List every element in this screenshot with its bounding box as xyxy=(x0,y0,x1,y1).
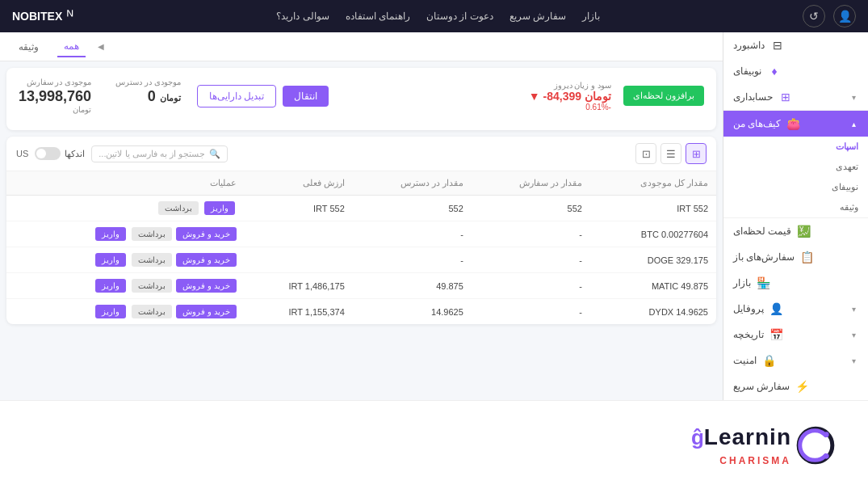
nav-link-faq[interactable]: سوالی دارید؟ xyxy=(276,11,329,22)
live-button[interactable]: برافزون لحظه‌ای xyxy=(623,86,704,106)
th-total-balance: مقدار کل موجودی xyxy=(590,171,716,196)
view-icon-grid[interactable]: ⊡ xyxy=(635,143,656,164)
cell-asset-5: DYDX 14.9625 xyxy=(590,299,716,325)
sidebar-subitem-nobifai-sub[interactable]: نوبیفای xyxy=(723,177,868,197)
logo: ᴺ NOBITEX xyxy=(12,6,73,26)
sidebar-item-accounting-left: ⊞ حسابداری xyxy=(733,91,792,103)
toggle-label: اندکها xyxy=(65,149,85,159)
sidebar-item-security[interactable]: ▾ 🔒 امنیت xyxy=(723,348,868,373)
sidebar-label-dashboard: داشبورد xyxy=(733,40,765,51)
sidebar-item-accounting[interactable]: ▾ ⊞ حسابداری xyxy=(723,84,868,110)
nav-collapse-arrow[interactable]: ◀ xyxy=(98,42,104,51)
subnav-collateral[interactable]: وثیقه xyxy=(12,37,45,57)
brand-logo: Learninĝ CHARISMA xyxy=(691,424,836,466)
access-balance-label: موجودی در دسترس xyxy=(115,78,181,86)
wallet-balances: موجودی در دسترس 0 تومان موجودی در سفارش … xyxy=(19,78,181,114)
sidebar-item-price[interactable]: 💹 قیمت لحظه‌ای xyxy=(723,218,868,244)
sidebar-item-nobifai[interactable]: ♦ نوبیفای xyxy=(723,58,868,84)
market-icon: 🏪 xyxy=(757,276,770,289)
btn-buy-sell-5[interactable]: خرید و فروش xyxy=(176,305,237,318)
table-section: مراجعه به کیف‌های من و انتخاب گزینه اسپا… xyxy=(6,137,716,324)
cell-available-1: 552 xyxy=(353,196,472,221)
th-actions: عملیات xyxy=(6,171,245,196)
quick-order-icon: ⚡ xyxy=(796,380,809,393)
chevron-down-icon: ▾ xyxy=(852,356,856,365)
view-icon-list[interactable]: ☰ xyxy=(660,143,681,164)
wallet-action-buttons: انتقال تبدیل دارایی‌ها xyxy=(197,85,329,107)
bottom-branding: Learninĝ CHARISMA xyxy=(0,400,868,489)
sidebar-label-open-orders: سفارش‌های باز xyxy=(733,251,795,263)
user-icon[interactable]: 👤 xyxy=(833,5,856,27)
refresh-icon[interactable]: ↺ xyxy=(803,5,825,27)
btn-deposit-5[interactable]: برداشت xyxy=(132,305,172,318)
search-box[interactable]: 🔍 جستجو از به فارسی یا لاتین... xyxy=(91,145,227,162)
btn-withdraw-4[interactable]: واریز xyxy=(95,279,126,293)
nobifai-icon: ♦ xyxy=(768,65,781,78)
btn-buy-sell-3[interactable]: خرید و فروش xyxy=(176,253,237,267)
view-icon-chart[interactable]: ⊞ xyxy=(686,143,707,164)
subnav-all[interactable]: همه xyxy=(57,36,86,57)
nav-link-quick-order[interactable]: سفارش سریع xyxy=(509,11,566,22)
btn-deposit-2[interactable]: برداشت xyxy=(132,227,172,241)
nav-link-invite[interactable]: دعوت از دوستان xyxy=(426,11,493,22)
sidebar-label-history: تاریخچه xyxy=(733,329,764,340)
svg-point-1 xyxy=(824,432,829,437)
sidebar-item-wallets-left: 👛 کیف‌های من xyxy=(733,117,800,130)
btn-buy-sell-4[interactable]: خرید و فروش xyxy=(176,279,237,293)
transfer-button[interactable]: انتقال xyxy=(283,86,329,107)
wallet-top-row: برافزون لحظه‌ای سود و زیان دیروز ▼ -84,3… xyxy=(19,78,704,114)
nav-link-market[interactable]: بازار xyxy=(582,11,600,22)
sidebar-subitem-commitment[interactable]: تعهدی xyxy=(723,157,868,177)
sidebar-item-dashboard[interactable]: ⊟ داشبورد xyxy=(723,32,868,58)
cell-value-1: IRT 552 xyxy=(245,196,353,221)
charisma-c-icon xyxy=(795,425,836,466)
btn-withdraw-3[interactable]: واریز xyxy=(95,253,126,267)
sidebar-subitem-collateral[interactable]: وثیقه xyxy=(723,197,868,217)
pnl-box: سود و زیان دیروز ▼ -84,399 تومان -0.61% xyxy=(529,81,611,112)
cell-asset-4: MATIC 49.875 xyxy=(590,273,716,299)
sidebar-item-open-orders[interactable]: 📋 سفارش‌های باز xyxy=(723,244,868,270)
btn-deposit-1[interactable]: برداشت xyxy=(158,201,199,215)
cell-actions-5: خرید و فروش برداشت واریز xyxy=(6,299,245,325)
chevron-down-icon: ▾ xyxy=(852,305,856,314)
btn-withdraw-5[interactable]: واریز xyxy=(95,305,126,318)
toggle-wrap: اندکها xyxy=(35,147,85,160)
toggle-switch[interactable] xyxy=(35,147,61,160)
sidebar-subitem-spot[interactable]: اسپات xyxy=(723,137,868,157)
btn-buy-sell-2[interactable]: خرید و فروش xyxy=(176,227,237,241)
th-current-value: ارزش فعلی xyxy=(245,171,353,196)
accounting-icon: ⊞ xyxy=(779,91,792,103)
sidebar-item-profile[interactable]: ▾ 👤 پروفایل xyxy=(723,296,868,322)
convert-button[interactable]: تبدیل دارایی‌ها xyxy=(197,85,276,107)
sidebar-label-profile: پروفایل xyxy=(733,303,764,314)
toggle-knob xyxy=(36,149,46,158)
sidebar-item-wallets[interactable]: ▴ 👛 کیف‌های من xyxy=(723,111,868,137)
cell-in-order-1: 552 xyxy=(472,196,590,221)
brand-text: Learninĝ CHARISMA xyxy=(691,424,791,466)
cell-asset-1: IRT 552 xyxy=(590,196,716,221)
cell-actions-2: خرید و فروش برداشت واریز xyxy=(6,221,245,247)
balance-unit-sub: تومان xyxy=(19,105,91,114)
profile-icon: 👤 xyxy=(770,302,783,315)
wallet-icon: 👛 xyxy=(787,117,800,130)
logo-symbol: ᴺ xyxy=(66,6,73,26)
table-row: BTC 0.00277604 - - خرید و فروش برداشت وا… xyxy=(6,221,716,247)
table-row: DOGE 329.175 - - خرید و فروش برداشت واری… xyxy=(6,247,716,273)
nav-link-guide[interactable]: راهنمای استفاده xyxy=(346,11,410,22)
cell-asset-3: DOGE 329.175 xyxy=(590,247,716,273)
order-balance-value: 13,998,760 xyxy=(19,88,91,105)
cell-actions-4: خرید و فروش برداشت واریز xyxy=(6,273,245,299)
btn-withdraw-2[interactable]: واریز xyxy=(95,227,126,241)
cell-value-5: IRT 1,155,374 xyxy=(245,299,353,325)
btn-withdraw-1[interactable]: واریز xyxy=(204,201,235,215)
cell-value-4: IRT 1,486,175 xyxy=(245,273,353,299)
sidebar-item-quick-order[interactable]: ⚡ سفارش سریع xyxy=(723,373,868,399)
sub-navigation: ◀ همه وثیقه xyxy=(0,32,723,61)
history-icon: 📅 xyxy=(770,328,783,341)
sidebar-item-market[interactable]: 🏪 بازار xyxy=(723,270,868,296)
nav-links: بازار سفارش سریع دعوت از دوستان راهنمای … xyxy=(276,11,600,22)
btn-deposit-4[interactable]: برداشت xyxy=(132,279,172,293)
sidebar-section-wallets: ▴ 👛 کیف‌های من اسپات تعهدی نوبیفای وثیقه xyxy=(723,111,868,218)
sidebar-item-history[interactable]: ▾ 📅 تاریخچه xyxy=(723,322,868,348)
btn-deposit-3[interactable]: برداشت xyxy=(132,253,172,267)
